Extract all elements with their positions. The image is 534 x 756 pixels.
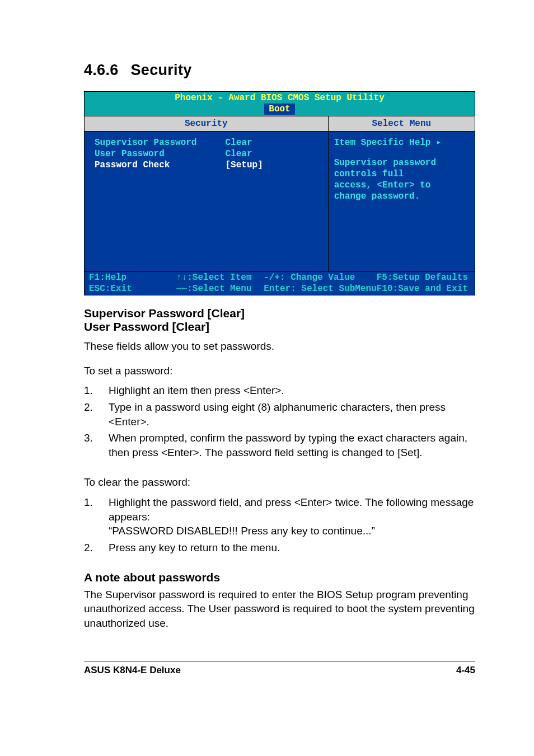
bios-tab-boot[interactable]: Boot [264,104,294,115]
bios-tab-row: Boot [85,104,475,116]
hint-select-submenu: Enter: Select SubMenu [264,284,377,294]
bios-help-text: controls full [334,168,469,180]
footer-product: ASUS K8N4-E Deluxe [84,665,181,676]
subheading-supervisor-password: Supervisor Password [Clear] [84,307,475,320]
list-item-text: “PASSWORD DISABLED!!! Press any key to c… [109,525,375,537]
bios-item-password-check[interactable]: Password Check [95,159,226,171]
page-footer: ASUS K8N4-E Deluxe 4-45 [84,665,475,676]
bios-value-supervisor-password: Clear [226,137,320,148]
paragraph: These fields allow you to set passwords. [84,339,475,354]
list-item: 2.Type in a password using eight (8) alp… [84,400,475,429]
bios-utility-title: Phoenix - Award BIOS CMOS Setup Utility [85,92,475,104]
bios-value-user-password: Clear [226,148,320,159]
section-number: 4.6.6 [84,62,119,79]
bios-help-title: Item Specific Help [334,138,431,148]
bios-panel-header-right: Select Menu [329,116,475,132]
bios-help-text: access, <Enter> to [334,180,469,191]
bios-item-supervisor-password[interactable]: Supervisor Password [95,137,226,148]
hint-esc-exit: ESC:Exit [89,284,132,294]
bios-help-text: change password. [334,191,469,202]
section-title: Security [131,62,192,78]
ordered-list-clear-password: 1. Highlight the password field, and pre… [84,495,475,555]
list-item: 3.When prompted, confirm the password by… [84,431,475,459]
bios-panel-header-left: Security [85,116,329,132]
hint-change-value: -/+: Change Value [264,273,355,283]
footer-page-number: 4-45 [456,665,475,676]
bios-footer-hints: F1:Help ESC:Exit ↑↓:Select Item →←:Selec… [85,271,475,295]
bios-screenshot: Phoenix - Award BIOS CMOS Setup Utility … [84,91,475,295]
bios-help-text: Supervisor password [334,157,469,168]
bios-value-password-check[interactable]: [Setup] [226,159,320,171]
footer-divider [84,661,475,661]
hint-select-item: ↑↓:Select Item [176,273,251,283]
subheading-user-password: User Password [Clear] [84,320,475,334]
paragraph: The Supervisor password is required to e… [84,588,475,631]
hint-setup-defaults: F5:Setup Defaults [377,273,468,283]
list-item: 1. Highlight the password field, and pre… [84,495,475,538]
list-item-text: Highlight the password field, and press … [109,496,474,523]
ordered-list-set-password: 1.Highlight an item then press <Enter>. … [84,383,475,459]
bios-item-user-password[interactable]: User Password [95,148,226,159]
hint-save-exit: F10:Save and Exit [377,284,468,294]
chevron-right-icon: ▸ [436,138,442,148]
hint-f1-help: F1:Help [89,273,127,283]
list-item: 2.Press any key to return to the menu. [84,541,475,555]
paragraph: To clear the password: [84,475,475,490]
hint-select-menu: →←:Select Menu [176,284,251,294]
list-item: 1.Highlight an item then press <Enter>. [84,383,475,398]
paragraph: To set a password: [84,364,475,378]
bios-help-panel: Item Specific Help ▸ Supervisor password… [329,132,475,271]
bios-settings-panel: Supervisor Password User Password Passwo… [85,132,329,271]
subheading-note: A note about passwords [84,571,475,584]
section-heading: 4.6.6Security [84,62,475,79]
